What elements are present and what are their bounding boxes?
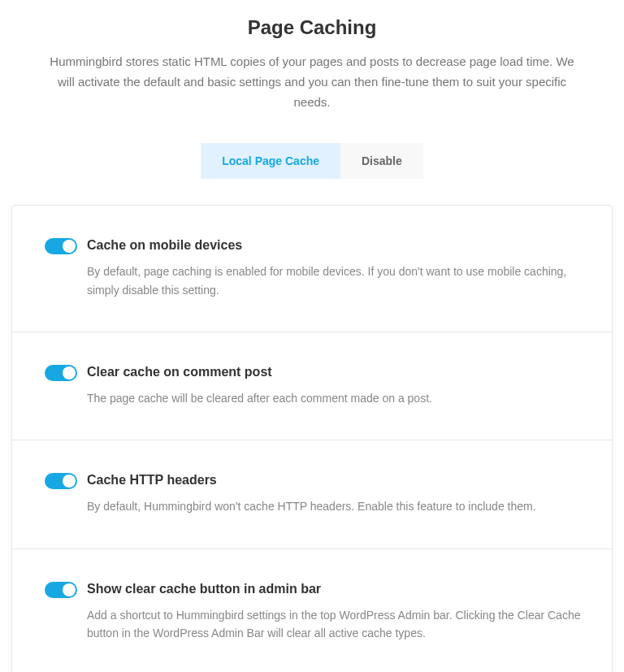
setting-clear-comment: Clear cache on comment post The page cac… (12, 332, 612, 440)
setting-cache-http-headers: Cache HTTP headers By default, Hummingbi… (12, 440, 612, 548)
setting-description: The page cache will be cleared after eac… (87, 389, 587, 407)
setting-description: Add a shortcut to Hummingbird settings i… (87, 606, 587, 643)
toggle-cache-http-headers[interactable] (45, 473, 77, 489)
setting-description: By default, Hummingbird won't cache HTTP… (87, 497, 587, 515)
page-description: Hummingbird stores static HTML copies of… (28, 52, 596, 112)
toggle-clear-comment[interactable] (45, 365, 77, 381)
cache-mode-tabs: Local Page Cache Disable (11, 143, 613, 179)
setting-title: Cache HTTP headers (87, 473, 587, 488)
page-title: Page Caching (11, 16, 613, 39)
setting-admin-bar-button: Show clear cache button in admin bar Add… (12, 549, 612, 672)
tab-disable[interactable]: Disable (340, 143, 423, 179)
settings-panel: Cache on mobile devices By default, page… (11, 205, 613, 672)
toggle-cache-mobile[interactable] (45, 238, 77, 254)
setting-title: Show clear cache button in admin bar (87, 582, 587, 596)
setting-title: Clear cache on comment post (87, 365, 587, 379)
setting-cache-mobile: Cache on mobile devices By default, page… (12, 206, 612, 332)
tab-local-page-cache[interactable]: Local Page Cache (201, 143, 340, 179)
setting-title: Cache on mobile devices (87, 238, 587, 253)
toggle-admin-bar-button[interactable] (45, 582, 77, 598)
setting-description: By default, page caching is enabled for … (87, 262, 587, 299)
